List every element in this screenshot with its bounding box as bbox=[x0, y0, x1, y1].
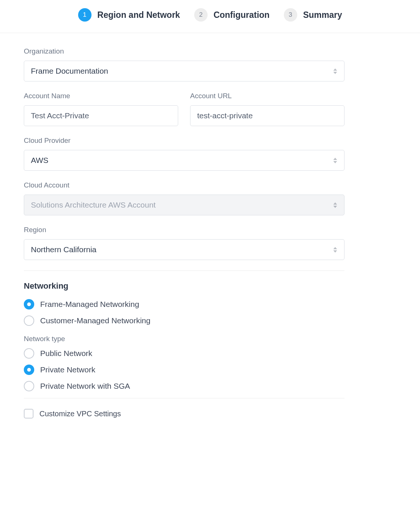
field-region: Region Northern California bbox=[24, 226, 344, 260]
region-label: Region bbox=[24, 226, 344, 234]
cloud-provider-label: Cloud Provider bbox=[24, 137, 344, 145]
cloud-account-select[interactable]: Solutions Architecture AWS Account bbox=[24, 195, 344, 215]
account-url-input[interactable]: test-acct-private bbox=[190, 105, 344, 126]
step-summary[interactable]: 3 Summary bbox=[284, 8, 342, 22]
account-url-value: test-acct-private bbox=[197, 111, 253, 120]
sort-icon bbox=[333, 68, 337, 74]
radio-icon bbox=[24, 381, 34, 391]
field-account-url: Account URL test-acct-private bbox=[190, 92, 344, 126]
radio-customer-managed-networking[interactable]: Customer-Managed Networking bbox=[24, 315, 344, 326]
radio-frame-managed-networking[interactable]: Frame-Managed Networking bbox=[24, 299, 344, 309]
radio-icon bbox=[24, 299, 34, 309]
step-number-badge: 2 bbox=[194, 8, 208, 22]
field-account-name: Account Name Test Acct-Private bbox=[24, 92, 178, 126]
step-label: Summary bbox=[303, 10, 342, 20]
network-type-label: Network type bbox=[24, 335, 344, 343]
divider bbox=[24, 398, 344, 398]
radio-label: Public Network bbox=[40, 349, 92, 358]
account-name-value: Test Acct-Private bbox=[31, 111, 89, 120]
field-cloud-provider: Cloud Provider AWS bbox=[24, 137, 344, 171]
region-select[interactable]: Northern California bbox=[24, 239, 344, 260]
divider bbox=[24, 270, 344, 271]
step-number-badge: 1 bbox=[78, 8, 92, 22]
field-cloud-account: Cloud Account Solutions Architecture AWS… bbox=[24, 181, 344, 215]
form-region-and-network: Organization Frame Documentation Account… bbox=[0, 33, 368, 433]
cloud-provider-select[interactable]: AWS bbox=[24, 150, 344, 171]
step-label: Configuration bbox=[214, 10, 270, 20]
checkbox-label: Customize VPC Settings bbox=[39, 410, 121, 418]
radio-label: Private Network bbox=[40, 365, 95, 374]
organization-select[interactable]: Frame Documentation bbox=[24, 61, 344, 81]
step-configuration[interactable]: 2 Configuration bbox=[194, 8, 270, 22]
radio-label: Frame-Managed Networking bbox=[40, 300, 139, 309]
step-region-and-network[interactable]: 1 Region and Network bbox=[78, 8, 180, 22]
networking-title: Networking bbox=[24, 281, 344, 291]
checkbox-icon bbox=[24, 409, 33, 418]
sort-icon bbox=[333, 202, 337, 208]
radio-icon bbox=[24, 365, 34, 375]
cloud-account-label: Cloud Account bbox=[24, 181, 344, 189]
organization-value: Frame Documentation bbox=[31, 67, 108, 76]
cloud-account-value: Solutions Architecture AWS Account bbox=[31, 201, 156, 209]
radio-label: Private Network with SGA bbox=[40, 382, 130, 391]
account-url-label: Account URL bbox=[190, 92, 344, 100]
sort-icon bbox=[333, 157, 337, 164]
step-number-badge: 3 bbox=[284, 8, 297, 22]
wizard-stepper: 1 Region and Network 2 Configuration 3 S… bbox=[0, 0, 420, 33]
cloud-provider-value: AWS bbox=[31, 156, 48, 165]
step-label: Region and Network bbox=[97, 10, 180, 20]
account-name-label: Account Name bbox=[24, 92, 178, 100]
organization-label: Organization bbox=[24, 47, 344, 55]
radio-public-network[interactable]: Public Network bbox=[24, 348, 344, 359]
radio-icon bbox=[24, 315, 34, 326]
radio-private-network-with-sga[interactable]: Private Network with SGA bbox=[24, 381, 344, 391]
sort-icon bbox=[333, 246, 337, 253]
region-value: Northern California bbox=[31, 245, 96, 254]
radio-icon bbox=[24, 348, 34, 359]
checkbox-customize-vpc-settings[interactable]: Customize VPC Settings bbox=[24, 409, 344, 418]
radio-private-network[interactable]: Private Network bbox=[24, 365, 344, 375]
account-name-input[interactable]: Test Acct-Private bbox=[24, 105, 178, 126]
field-organization: Organization Frame Documentation bbox=[24, 47, 344, 81]
radio-label: Customer-Managed Networking bbox=[40, 316, 150, 325]
